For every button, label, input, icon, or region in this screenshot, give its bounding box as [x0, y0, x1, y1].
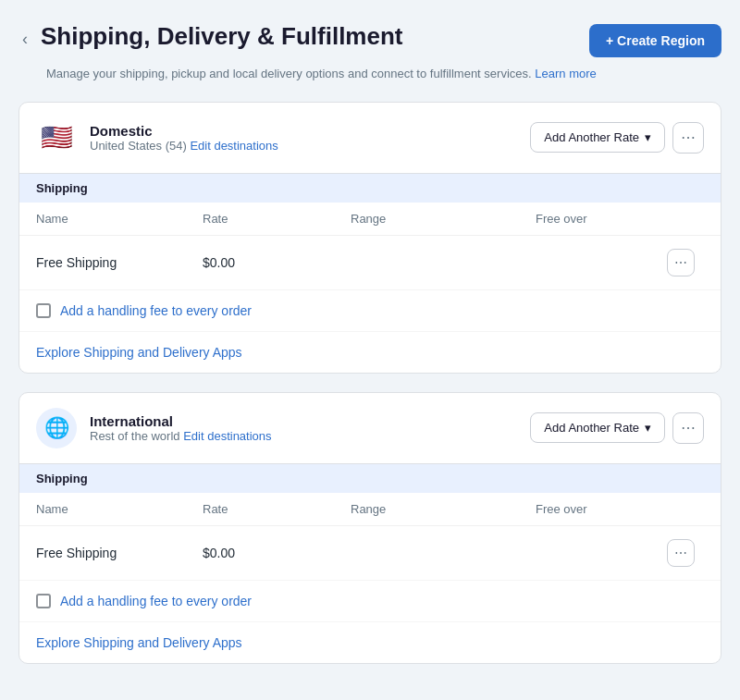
col-range-domestic: Range [351, 212, 536, 226]
header-left: ‹ Shipping, Delivery & Fulfillment [18, 22, 403, 53]
more-options-button-international[interactable]: ⋯ [672, 412, 704, 444]
handling-fee-label-domestic[interactable]: Add a handling fee to every order [60, 303, 252, 318]
row-rate-domestic-0: $0.00 [203, 255, 351, 270]
handling-fee-label-international[interactable]: Add a handling fee to every order [60, 594, 252, 608]
table-row-international-0: Free Shipping $0.00 ⋯ [19, 526, 721, 581]
more-options-button-domestic[interactable]: ⋯ [672, 122, 704, 154]
edit-destinations-link-international[interactable]: Edit destinations [183, 429, 271, 443]
section-header-international: Shipping [19, 463, 721, 493]
page-container: ‹ Shipping, Delivery & Fulfillment + Cre… [0, 0, 740, 700]
handling-fee-checkbox-international[interactable] [36, 594, 51, 608]
section-header-domestic: Shipping [19, 173, 721, 203]
create-region-button[interactable]: + Create Region [589, 24, 722, 57]
chevron-down-icon: ▾ [645, 130, 651, 144]
handling-fee-row-international: Add a handling fee to every order [19, 581, 721, 622]
col-name-international: Name [36, 502, 203, 516]
region-desc-domestic: United States (54) Edit destinations [90, 139, 278, 153]
handling-fee-row-domestic: Add a handling fee to every order [19, 290, 721, 332]
row-name-international-0: Free Shipping [36, 546, 203, 560]
back-button[interactable]: ‹ [18, 26, 31, 53]
cards-container: 🇺🇸 Domestic United States (54) Edit dest… [18, 102, 722, 664]
col-name-domestic: Name [36, 212, 203, 226]
col-range-international: Range [351, 502, 536, 516]
row-more-button-domestic-0[interactable]: ⋯ [667, 249, 695, 276]
region-info-domestic: 🇺🇸 Domestic United States (54) Edit dest… [36, 117, 278, 158]
chevron-down-icon: ▾ [645, 421, 651, 435]
page-title: Shipping, Delivery & Fulfillment [41, 22, 403, 51]
region-flag-international: 🌐 [36, 408, 77, 448]
region-actions-international: Add Another Rate ▾ ⋯ [530, 412, 704, 444]
region-header-domestic: 🇺🇸 Domestic United States (54) Edit dest… [19, 103, 721, 173]
region-desc-international: Rest of the world Edit destinations [90, 429, 272, 443]
learn-more-link[interactable]: Learn more [535, 67, 596, 80]
ellipsis-icon: ⋯ [681, 419, 696, 436]
explore-apps-link-international[interactable]: Explore Shipping and Delivery Apps [19, 622, 721, 663]
region-actions-domestic: Add Another Rate ▾ ⋯ [530, 122, 704, 154]
table-header-domestic: Name Rate Range Free over [19, 203, 721, 236]
ellipsis-icon: ⋯ [674, 546, 687, 560]
region-name-international: International [90, 413, 272, 429]
edit-destinations-link-domestic[interactable]: Edit destinations [190, 139, 278, 153]
col-rate-domestic: Rate [203, 212, 351, 226]
explore-apps-link-domestic[interactable]: Explore Shipping and Delivery Apps [19, 332, 721, 373]
col-freeover-international: Free over [536, 502, 667, 516]
ellipsis-icon: ⋯ [674, 255, 687, 270]
region-name-domestic: Domestic [90, 123, 278, 139]
table-row-domestic-0: Free Shipping $0.00 ⋯ [19, 236, 721, 290]
region-flag-domestic: 🇺🇸 [36, 117, 77, 158]
header-row: ‹ Shipping, Delivery & Fulfillment + Cre… [18, 22, 722, 57]
add-rate-button-domestic[interactable]: Add Another Rate ▾ [530, 122, 665, 153]
subtitle: Manage your shipping, pickup and local d… [46, 65, 722, 83]
col-rate-international: Rate [203, 502, 351, 516]
row-rate-international-0: $0.00 [203, 546, 351, 560]
region-card-international: 🌐 International Rest of the world Edit d… [18, 392, 722, 664]
col-freeover-domestic: Free over [536, 212, 667, 226]
ellipsis-icon: ⋯ [681, 129, 696, 146]
row-more-button-international-0[interactable]: ⋯ [667, 539, 695, 567]
row-name-domestic-0: Free Shipping [36, 255, 203, 270]
handling-fee-checkbox-domestic[interactable] [36, 303, 51, 318]
add-rate-button-international[interactable]: Add Another Rate ▾ [530, 412, 665, 443]
table-header-international: Name Rate Range Free over [19, 493, 721, 526]
region-info-international: 🌐 International Rest of the world Edit d… [36, 408, 272, 448]
region-header-international: 🌐 International Rest of the world Edit d… [19, 393, 721, 463]
region-card-domestic: 🇺🇸 Domestic United States (54) Edit dest… [18, 102, 722, 374]
